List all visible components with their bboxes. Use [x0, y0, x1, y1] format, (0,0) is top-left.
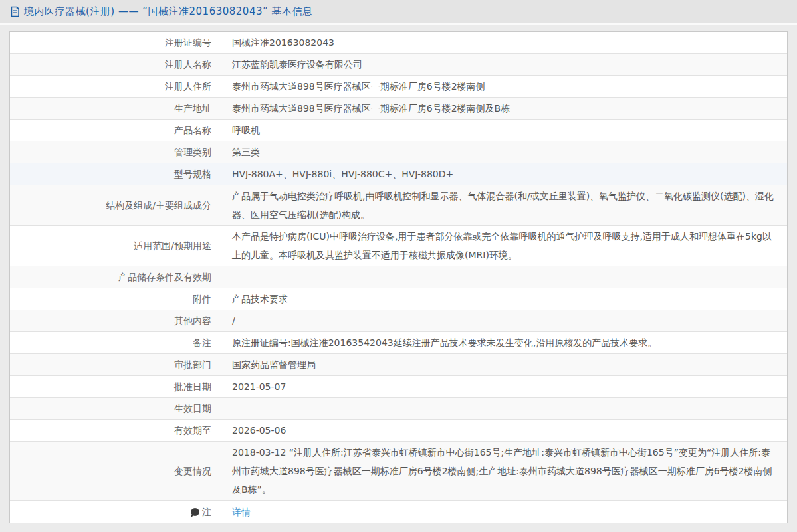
page: 境内医疗器械(注册) —— “国械注准20163082043” 基本信息 注册证…: [0, 0, 797, 532]
table-row-production-address: 生产地址 泰州市药城大道898号医疗器械区一期标准厂房6号楼2楼南侧及B栋: [10, 98, 787, 120]
row-label: 附件: [10, 288, 221, 310]
page-title: 境内医疗器械(注册) —— “国械注准20163082043” 基本信息: [24, 5, 313, 18]
details-link[interactable]: 详情: [232, 503, 251, 521]
table-row-attachment: 附件 产品技术要求: [10, 288, 787, 310]
table-row-change-history: 变更情况 2018-03-12 “注册人住所:江苏省泰兴市虹桥镇新市中心街165…: [10, 442, 787, 501]
row-value: 泰州市药城大道898号医疗器械区一期标准厂房6号楼2楼南侧: [221, 76, 787, 97]
page-header: 境内医疗器械(注册) —— “国械注准20163082043” 基本信息: [0, 0, 797, 25]
row-label: 生效日期: [10, 398, 221, 419]
row-label: 注册人名称: [10, 54, 221, 75]
row-label: 注: [10, 501, 221, 523]
row-label: 变更情况: [10, 442, 221, 500]
row-value: 产品属于气动电控类治疗呼吸机,由呼吸机控制和显示器、气体混合器(和/或文丘里装置…: [221, 185, 787, 225]
row-value: /: [221, 310, 787, 331]
row-value: [221, 398, 787, 419]
table-row-approval-department: 审批部门 国家药品监督管理局: [10, 354, 787, 376]
row-value: 本产品是特护病房(ICU)中呼吸治疗设备,用于患者部分依靠或完全依靠呼吸机的通气…: [221, 226, 787, 266]
document-icon: [9, 6, 21, 17]
row-value: 国械注准20163082043: [221, 32, 787, 53]
row-value: 原注册证编号:国械注准20163542043延续注册产品技术要求未发生变化,沿用…: [221, 332, 787, 353]
table-row-valid-until: 有效期至 2026-05-06: [10, 420, 787, 442]
table-row-intended-use: 适用范围/预期用途 本产品是特护病房(ICU)中呼吸治疗设备,用于患者部分依靠或…: [10, 226, 787, 266]
row-value: 产品技术要求: [221, 288, 787, 310]
row-label: 备注: [10, 332, 221, 353]
table-row-registrant-address: 注册人住所 泰州市药城大道898号医疗器械区一期标准厂房6号楼2楼南侧: [10, 76, 787, 98]
table-row-remarks: 备注 原注册证编号:国械注准20163542043延续注册产品技术要求未发生变化…: [10, 332, 787, 354]
row-value: 国家药品监督管理局: [221, 354, 787, 375]
row-label: 注册人住所: [10, 76, 221, 97]
note-label: 注: [202, 503, 211, 521]
row-label: 产品名称: [10, 120, 221, 141]
row-value: 呼吸机: [221, 120, 787, 141]
row-label: 管理类别: [10, 141, 221, 163]
row-label: 生产地址: [10, 98, 221, 119]
row-value: 详情: [221, 501, 787, 523]
table-row-other-content: 其他内容 /: [10, 310, 787, 332]
row-label: 批准日期: [10, 376, 221, 397]
table-row-storage-conditions: 产品储存条件及有效期: [10, 266, 787, 288]
table-row-model-spec: 型号规格 HVJ-880A+、HVJ-880i、HVJ-880C+、HVJ-88…: [10, 163, 787, 185]
row-value: [221, 266, 787, 288]
row-label: 注册证编号: [10, 32, 221, 53]
row-label: 审批部门: [10, 354, 221, 375]
row-label: 有效期至: [10, 420, 221, 441]
registration-info-table: 注册证编号 国械注准20163082043 注册人名称 江苏蓝韵凯泰医疗设备有限…: [9, 31, 788, 523]
table-row-management-category: 管理类别 第三类: [10, 141, 787, 163]
table-row-note: 注 详情: [10, 501, 787, 523]
row-value: 2026-05-06: [221, 420, 787, 441]
row-value: HVJ-880A+、HVJ-880i、HVJ-880C+、HVJ-880D+: [221, 163, 787, 185]
table-row-product-name: 产品名称 呼吸机: [10, 120, 787, 141]
table-row-approval-date: 批准日期 2021-05-07: [10, 376, 787, 398]
row-label: 适用范围/预期用途: [10, 226, 221, 266]
row-label: 产品储存条件及有效期: [10, 266, 221, 288]
row-value: 2018-03-12 “注册人住所:江苏省泰兴市虹桥镇新市中心街165号;生产地…: [221, 442, 787, 500]
table-row-effective-date: 生效日期: [10, 398, 787, 420]
table-row-registration-number: 注册证编号 国械注准20163082043: [10, 32, 787, 54]
row-value: 第三类: [221, 141, 787, 163]
row-label: 结构及组成/主要组成成分: [10, 185, 221, 225]
row-value: 2021-05-07: [221, 376, 787, 397]
comment-icon: [191, 508, 199, 516]
table-row-structure-composition: 结构及组成/主要组成成分 产品属于气动电控类治疗呼吸机,由呼吸机控制和显示器、气…: [10, 185, 787, 226]
row-label: 其他内容: [10, 310, 221, 331]
row-value: 泰州市药城大道898号医疗器械区一期标准厂房6号楼2楼南侧及B栋: [221, 98, 787, 119]
row-label: 型号规格: [10, 163, 221, 185]
table-row-registrant-name: 注册人名称 江苏蓝韵凯泰医疗设备有限公司: [10, 54, 787, 76]
row-value: 江苏蓝韵凯泰医疗设备有限公司: [221, 54, 787, 75]
